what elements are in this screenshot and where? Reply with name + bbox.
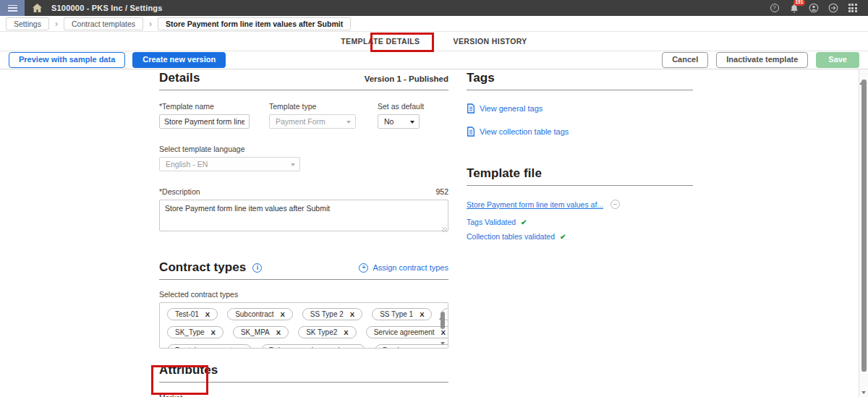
chip-remove-button[interactable]: X — [344, 328, 348, 336]
page-scrollbar[interactable] — [859, 69, 868, 397]
main-content: Details Version 1 - Published *Template … — [0, 69, 859, 397]
collection-tables-validated-status[interactable]: Collection tables validated ✔ — [467, 232, 693, 241]
save-button[interactable]: Save — [816, 52, 859, 67]
create-new-version-button[interactable]: Create new version — [132, 52, 226, 67]
selected-contract-types-label: Selected contract types — [159, 290, 448, 299]
info-icon[interactable]: i — [252, 263, 262, 273]
plus-circle-icon: + — [359, 263, 368, 273]
app-window: S100000 - PKS Inc / Settings ? 191 Setti… — [0, 0, 868, 397]
set-as-default-select[interactable]: No — [378, 114, 420, 129]
contract-type-chip: Release purchase orderX — [261, 344, 365, 349]
scroll-down-arrow-icon[interactable] — [441, 342, 445, 345]
notifications-bell-icon[interactable]: 191 — [788, 3, 799, 14]
breadcrumb-contract-templates[interactable]: Contract templates — [64, 17, 143, 30]
chip-label: Service agreement — [374, 328, 435, 336]
contract-type-chip: SK Type2X — [298, 326, 357, 338]
template-type-select: Payment Form — [269, 114, 356, 129]
breadcrumb-separator: › — [149, 19, 152, 29]
document-icon — [467, 127, 475, 137]
scroll-down-arrow-icon[interactable] — [861, 391, 866, 394]
resize-handle[interactable] — [442, 227, 447, 232]
user-profile-icon[interactable] — [808, 3, 819, 14]
chip-remove-button[interactable]: X — [205, 310, 210, 318]
chip-remove-button[interactable]: X — [353, 346, 357, 349]
account-breadcrumb-title: S100000 - PKS Inc / Settings — [51, 4, 163, 12]
chevron-down-icon — [291, 163, 295, 166]
chip-row: Rental agreementXRelease purchase orderX… — [167, 344, 430, 349]
action-toolbar: Preview with sample data Create new vers… — [0, 51, 868, 69]
tags-divider — [467, 90, 693, 90]
contract-type-chip: SS Type 2X — [302, 308, 362, 320]
tab-template-details[interactable]: TEMPLATE DETAILS — [341, 37, 420, 46]
chevron-down-icon — [346, 121, 351, 124]
template-language-select: English - EN — [159, 157, 300, 171]
chip-label: Test-01 — [175, 310, 199, 318]
view-collection-table-tags-link[interactable]: View collection table tags — [467, 127, 569, 137]
chip-label: SK Type2 — [306, 328, 337, 336]
breadcrumb-settings[interactable]: Settings — [6, 17, 49, 30]
details-heading: Details — [159, 71, 200, 85]
hamburger-menu-button[interactable] — [0, 0, 25, 16]
check-icon: ✔ — [560, 233, 566, 241]
tab-version-history[interactable]: VERSION HISTORY — [453, 37, 527, 46]
chip-remove-button[interactable]: X — [281, 310, 285, 318]
chip-remove-button[interactable]: X — [276, 328, 281, 336]
cancel-button[interactable]: Cancel — [662, 52, 708, 67]
topbar-icon-group: ? 191 — [769, 3, 868, 14]
chip-remove-button[interactable]: X — [239, 346, 244, 349]
scrollbar-thumb[interactable] — [861, 80, 867, 372]
chip-row: Test-01XSubcontractXSS Type 2XSS Type 1X… — [167, 308, 430, 320]
attributes-divider — [159, 382, 448, 383]
contract-types-chip-container: Test-01XSubcontractXSS Type 2XSS Type 1X… — [159, 302, 448, 349]
contract-type-chip: Service agreementX — [366, 326, 448, 338]
tab-bar: TEMPLATE DETAILS VERSION HISTORY — [0, 32, 868, 51]
document-icon — [467, 103, 475, 114]
breadcrumb-current-template: Store Payment form line item values afte… — [158, 17, 351, 30]
market-label: Market — [159, 393, 448, 397]
chip-label: SK_Type — [175, 328, 205, 336]
remove-file-icon[interactable]: − — [610, 200, 620, 209]
template-file-link[interactable]: Store Payment form line item values af..… — [467, 200, 603, 209]
template-language-label: Select template language — [159, 145, 300, 153]
contract-types-divider — [159, 279, 448, 280]
view-general-tags-link[interactable]: View general tags — [467, 103, 542, 114]
version-status: Version 1 - Published — [365, 74, 448, 83]
attributes-heading: Attributes — [159, 363, 448, 377]
right-action-group: Cancel Inactivate template Save — [662, 52, 859, 67]
breadcrumb-separator: › — [55, 19, 58, 29]
template-file-divider — [467, 185, 693, 186]
chips-scrollbar[interactable] — [439, 304, 446, 346]
description-textarea[interactable]: Store Payment form line item values afte… — [159, 200, 448, 231]
contract-type-chip: Rental agreementX — [167, 344, 252, 349]
scrollbar-thumb[interactable] — [441, 312, 445, 329]
contract-types-heading: Contract types — [159, 260, 246, 275]
contract-type-chip: SubcontractX — [227, 308, 293, 320]
chip-remove-button[interactable]: X — [350, 310, 354, 318]
inactivate-template-button[interactable]: Inactivate template — [716, 52, 808, 67]
preview-sample-data-button[interactable]: Preview with sample data — [9, 52, 125, 67]
launch-arrow-icon[interactable] — [827, 3, 838, 14]
chip-label: SK_MPA — [241, 328, 270, 336]
check-icon: ✔ — [521, 218, 527, 226]
tags-validated-status[interactable]: Tags Validated ✔ — [467, 218, 693, 226]
contract-type-chip: Test-01X — [167, 308, 218, 320]
chip-label: SS Type 1 — [380, 310, 413, 318]
tags-heading: Tags — [467, 71, 693, 85]
home-icon[interactable] — [33, 4, 42, 12]
set-as-default-label: Set as default — [378, 102, 420, 111]
description-char-counter: 952 — [435, 187, 448, 196]
chip-label: Purchase agreement — [383, 346, 448, 349]
apps-grid-icon[interactable] — [847, 3, 858, 14]
template-name-label: *Template name — [159, 102, 250, 111]
contract-type-chip: SK_MPAX — [233, 326, 289, 338]
assign-contract-types-link[interactable]: + Assign contract types — [359, 263, 448, 273]
contract-type-chip: SK_TypeX — [167, 326, 224, 338]
template-name-input[interactable] — [159, 114, 250, 129]
top-bar: S100000 - PKS Inc / Settings ? 191 — [0, 0, 868, 16]
chip-remove-button[interactable]: X — [420, 310, 424, 318]
help-icon[interactable]: ? — [769, 3, 780, 14]
chip-remove-button[interactable]: X — [211, 328, 216, 336]
chip-label: SS Type 2 — [310, 310, 344, 318]
chevron-down-icon — [410, 121, 414, 124]
chip-label: Rental agreement — [175, 346, 233, 349]
